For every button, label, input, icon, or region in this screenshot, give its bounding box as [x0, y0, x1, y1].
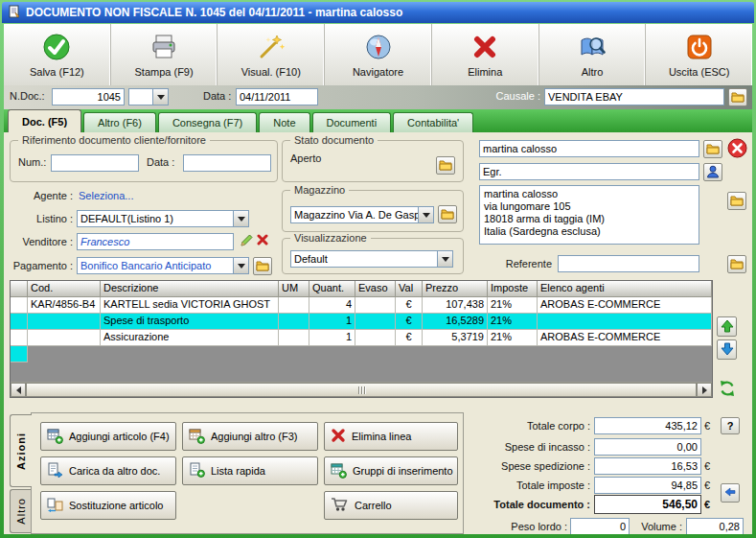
table-row-selected[interactable]: Spese di trasporto 1 € 16,5289 21% [11, 314, 712, 330]
chevron-down-icon[interactable] [437, 251, 452, 267]
cell-evaso [355, 330, 396, 346]
elimina-button[interactable]: Elimina [432, 24, 539, 85]
aggiungi-articolo-button[interactable]: Aggiungi articolo (F4) [40, 422, 176, 451]
totale-corpo-input[interactable] [594, 417, 701, 434]
pagamento-combo[interactable]: Bonifico Bancario Anticipato [77, 257, 249, 274]
col-header-um[interactable]: UM [279, 281, 309, 297]
uscita-button[interactable]: Uscita (ESC) [646, 24, 752, 85]
visualizzazione-groupbox: Visualizzazione Default [282, 238, 464, 274]
sostituzione-articolo-button[interactable]: Sostituzione articolo [40, 491, 176, 520]
referente-folder-button[interactable] [727, 255, 746, 273]
tab-consegna[interactable]: Consegna (F7) [158, 112, 257, 132]
volume-input[interactable] [686, 518, 744, 534]
col-header-prezzo[interactable]: Prezzo [423, 281, 488, 297]
col-header-imposte[interactable]: Imposte [488, 281, 538, 297]
edit-pencil-icon[interactable] [240, 233, 254, 249]
col-header-cod[interactable]: Cod. [28, 281, 101, 297]
elimina-linea-button[interactable]: Elimina linea [324, 422, 458, 451]
tab-altro[interactable]: Altro (F6) [83, 112, 156, 132]
spese-incasso-input[interactable] [594, 438, 701, 456]
horizontal-scrollbar[interactable] [11, 382, 712, 397]
causale-input[interactable] [544, 88, 724, 105]
peso-lordo-label: Peso lordo : [454, 521, 567, 532]
customer-folder-button[interactable] [703, 140, 722, 158]
causale-label: Causale : [491, 90, 540, 102]
carica-da-altro-doc-button[interactable]: Carica da altro doc. [40, 456, 176, 485]
totale-imposte-input[interactable] [594, 477, 701, 494]
visual-button[interactable]: Visual. (F10) [218, 24, 325, 85]
rif-data-input[interactable] [183, 154, 271, 172]
agente-link[interactable]: Seleziona... [79, 190, 133, 201]
causale-folder-button[interactable] [728, 88, 747, 106]
altro-button[interactable]: Altro [539, 24, 647, 85]
clear-venditore-x-icon[interactable] [257, 234, 268, 247]
tab-altro-vertical[interactable]: Altro [10, 489, 32, 533]
title-bar[interactable]: DOCUMENTO NON FISCALE N. 1045 del 04/11/… [2, 2, 754, 23]
new-row-selector[interactable] [11, 346, 28, 363]
spese-spedizione-input[interactable] [594, 457, 701, 475]
cell-prezzo: 5,3719 [423, 330, 488, 346]
move-line-down-button[interactable] [717, 339, 737, 360]
scrollbar-thumb[interactable] [26, 383, 697, 397]
venditore-input[interactable] [77, 233, 234, 250]
col-header-evaso[interactable]: Evaso [355, 281, 396, 297]
scrollbar-track[interactable] [26, 383, 697, 397]
rif-num-label: Num.: [18, 156, 46, 168]
help-button[interactable]: ? [721, 417, 740, 434]
ndoc-type-combo[interactable] [128, 88, 169, 105]
stato-groupbox: Stato documento Aperto [282, 140, 464, 182]
lista-rapida-button[interactable]: Lista rapida [182, 456, 318, 485]
scroll-right-arrow[interactable] [697, 383, 712, 397]
customer-address-box[interactable]: martina calosso via lungomare 105 18018 … [479, 185, 699, 245]
chevron-down-icon[interactable] [233, 211, 248, 226]
carrello-button[interactable]: Carrello [324, 491, 458, 520]
tab-note[interactable]: Note [259, 112, 309, 132]
visualizzazione-combo[interactable]: Default [290, 250, 453, 268]
scroll-left-arrow[interactable] [11, 383, 26, 397]
customer-title-input[interactable] [479, 163, 699, 180]
gruppi-di-inserimento-button[interactable]: Gruppi di inserimento [324, 456, 458, 485]
customer-name-input[interactable] [479, 140, 699, 157]
peso-lordo-input[interactable] [570, 518, 630, 534]
aggiungi-altro-label: Aggiungi altro (F3) [211, 431, 298, 442]
stampa-button[interactable]: Stampa (F9) [111, 24, 218, 85]
referente-input[interactable] [558, 255, 699, 272]
chevron-down-icon[interactable] [418, 207, 433, 222]
chevron-down-icon[interactable] [233, 258, 248, 273]
recalculate-button[interactable] [721, 483, 740, 503]
remove-customer-button[interactable] [727, 138, 747, 160]
table-row[interactable]: Assicurazione 1 € 5,3719 21% AROBAS E-CO… [11, 330, 712, 346]
folder-icon [256, 260, 269, 273]
navigatore-button[interactable]: Navigatore [325, 24, 432, 85]
stato-folder-button[interactable] [436, 156, 455, 175]
totale-documento-input[interactable] [594, 495, 701, 514]
salva-button[interactable]: Salva (F12) [4, 24, 111, 85]
contact-person-button[interactable] [703, 163, 722, 181]
new-row[interactable] [11, 346, 712, 363]
col-header-quant[interactable]: Quant. [309, 281, 355, 297]
aggiungi-altro-button[interactable]: Aggiungi altro (F3) [182, 422, 318, 451]
col-header-descrizione[interactable]: Descrizione [101, 281, 279, 297]
magazzino-folder-button[interactable] [438, 205, 457, 223]
tab-doc[interactable]: Doc. (F5) [8, 109, 81, 132]
ndoc-input[interactable] [52, 88, 125, 105]
col-header-agenti[interactable]: Elenco agenti [538, 281, 712, 297]
riferimento-groupbox: Riferimento documento cliente/fornitore … [10, 140, 278, 182]
move-line-up-button[interactable] [717, 316, 737, 337]
listino-combo[interactable]: DEFAULT(Listino 1) [77, 210, 249, 227]
visualizzazione-value: Default [291, 253, 437, 265]
client-area: Salva (F12) Stampa (F9) Visual. (F10) Na… [4, 24, 752, 534]
data-input[interactable] [236, 88, 318, 105]
address-folder-button[interactable] [727, 192, 746, 210]
pagamento-folder-button[interactable] [253, 257, 272, 275]
rif-num-input[interactable] [51, 154, 139, 172]
tab-azioni[interactable]: Azioni [10, 414, 32, 487]
refresh-grid-button[interactable] [719, 380, 736, 399]
col-header-val[interactable]: Val [396, 281, 423, 297]
tab-contabilita[interactable]: Contabilita' [393, 112, 473, 132]
chevron-down-icon[interactable] [152, 89, 168, 105]
pagamento-label: Pagamento : [4, 260, 73, 271]
magazzino-combo[interactable]: Magazzino Via A. De Gasperi [290, 206, 434, 223]
tab-documenti[interactable]: Documenti [312, 112, 392, 132]
table-row[interactable]: KAR/4856-B4 KARTELL sedia VICTORIA GHOST… [11, 297, 712, 314]
